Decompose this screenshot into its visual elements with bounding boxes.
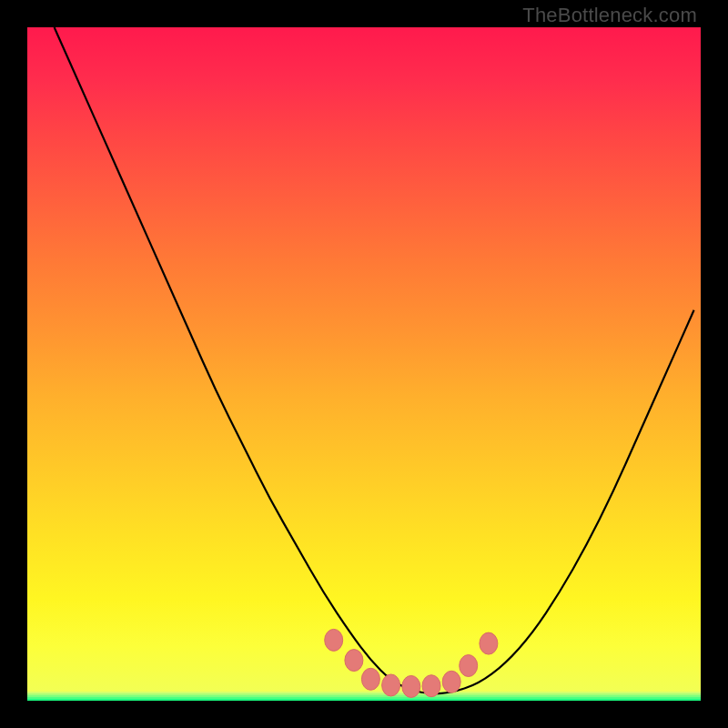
highlight-dot bbox=[325, 629, 343, 651]
highlight-dot bbox=[361, 668, 379, 690]
bottleneck-curve bbox=[55, 27, 694, 693]
highlight-dot bbox=[442, 671, 460, 693]
highlight-dot bbox=[422, 675, 440, 697]
highlight-dot bbox=[460, 655, 478, 677]
watermark-text: TheBottleneck.com bbox=[522, 4, 697, 27]
plot-area bbox=[27, 27, 701, 701]
chart-frame: TheBottleneck.com bbox=[0, 0, 728, 728]
highlight-dot bbox=[480, 632, 498, 654]
highlight-dot bbox=[382, 674, 400, 696]
highlight-dot bbox=[345, 650, 363, 672]
highlight-dots bbox=[325, 629, 498, 697]
bottleneck-curve-svg bbox=[27, 27, 701, 701]
highlight-dot bbox=[402, 675, 420, 697]
